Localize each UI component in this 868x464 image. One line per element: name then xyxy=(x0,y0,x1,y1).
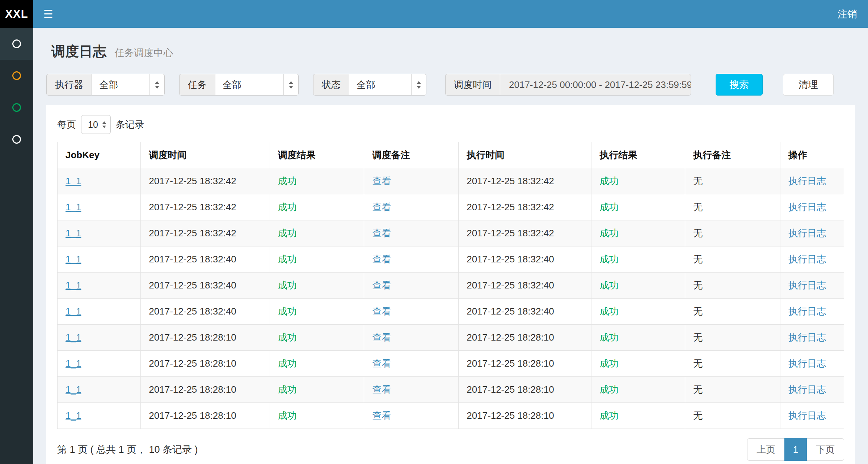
handle-time-cell-td: 2017-12-25 18:28:10 xyxy=(459,377,591,403)
executor-filter-group: 执行器 全部 xyxy=(46,74,165,96)
table-header-row: JobKey 调度时间 调度结果 调度备注 执行时间 执行结果 执行备注 操作 xyxy=(58,142,844,168)
job-select[interactable]: 全部 xyxy=(215,74,299,96)
handle-time-cell: 2017-12-25 18:28:10 xyxy=(467,384,554,395)
trigger-msg-link[interactable]: 查看 xyxy=(372,384,391,395)
prev-page-button[interactable]: 上页 xyxy=(747,438,785,461)
col-header-handle-msg: 执行备注 xyxy=(685,142,780,168)
handle-msg-cell: 无 xyxy=(693,280,703,291)
trigger-msg-link-td: 查看 xyxy=(364,403,459,429)
trigger-msg-link[interactable]: 查看 xyxy=(372,332,391,343)
trigger-result-cell-td: 成功 xyxy=(270,273,364,299)
jobkey-link-td: 1_1 xyxy=(58,194,141,220)
clear-button[interactable]: 清理 xyxy=(783,74,834,96)
handle-time-cell: 2017-12-25 18:32:42 xyxy=(467,202,554,212)
navbar-main: ☰ 注销 xyxy=(33,0,868,28)
handle-msg-cell-td: 无 xyxy=(685,351,780,377)
jobkey-link[interactable]: 1_1 xyxy=(66,280,81,291)
logout-link[interactable]: 注销 xyxy=(827,8,868,21)
next-page-button[interactable]: 下页 xyxy=(806,438,844,461)
exec-log-link[interactable]: 执行日志 xyxy=(788,202,826,212)
handle-msg-cell: 无 xyxy=(693,332,703,343)
trigger-msg-link[interactable]: 查看 xyxy=(372,202,391,212)
handle-msg-cell-td: 无 xyxy=(685,246,780,273)
table-row: 1_12017-12-25 18:32:42成功查看2017-12-25 18:… xyxy=(58,194,844,220)
table-row: 1_12017-12-25 18:28:10成功查看2017-12-25 18:… xyxy=(58,325,844,351)
exec-log-link[interactable]: 执行日志 xyxy=(788,254,826,265)
trigger-msg-link-td: 查看 xyxy=(364,325,459,351)
trigger-msg-link[interactable]: 查看 xyxy=(372,410,391,421)
trigger-result-cell-td: 成功 xyxy=(270,246,364,273)
trigger-time-cell: 2017-12-25 18:28:10 xyxy=(149,332,236,343)
trigger-msg-link[interactable]: 查看 xyxy=(372,228,391,239)
search-button[interactable]: 搜索 xyxy=(716,74,763,96)
handle-time-cell-td: 2017-12-25 18:32:40 xyxy=(459,299,591,325)
exec-log-link[interactable]: 执行日志 xyxy=(788,280,826,291)
trigger-msg-link[interactable]: 查看 xyxy=(372,358,391,369)
trigger-msg-link[interactable]: 查看 xyxy=(372,254,391,265)
trigger-time-cell-td: 2017-12-25 18:32:42 xyxy=(141,194,270,220)
handle-msg-cell: 无 xyxy=(693,202,703,212)
handle-result-cell-td: 成功 xyxy=(591,246,685,273)
exec-log-link[interactable]: 执行日志 xyxy=(788,332,826,343)
table-row: 1_12017-12-25 18:32:40成功查看2017-12-25 18:… xyxy=(58,246,844,273)
jobkey-link[interactable]: 1_1 xyxy=(66,202,81,212)
exec-log-link[interactable]: 执行日志 xyxy=(788,384,826,395)
sidebar-item-job-manage[interactable] xyxy=(0,60,33,92)
jobkey-link[interactable]: 1_1 xyxy=(66,332,81,343)
trigger-result-cell-td: 成功 xyxy=(270,351,364,377)
exec-log-link[interactable]: 执行日志 xyxy=(788,410,826,421)
trigger-msg-link-td: 查看 xyxy=(364,194,459,220)
trigger-time-filter-group: 调度时间 2017-12-25 00:00:00 - 2017-12-25 23… xyxy=(445,74,691,96)
top-navbar: XXL ☰ 注销 xyxy=(0,0,868,28)
per-page-control: 每页 10 条记录 xyxy=(57,115,844,134)
trigger-msg-link[interactable]: 查看 xyxy=(372,280,391,291)
trigger-time-cell-td: 2017-12-25 18:32:40 xyxy=(141,246,270,273)
exec-log-link[interactable]: 执行日志 xyxy=(788,306,826,317)
executor-select[interactable]: 全部 xyxy=(92,74,165,96)
handle-msg-cell: 无 xyxy=(693,384,703,395)
exec-log-link[interactable]: 执行日志 xyxy=(788,358,826,369)
trigger-msg-link[interactable]: 查看 xyxy=(372,176,391,186)
per-page-select[interactable]: 10 xyxy=(81,115,111,134)
select-stepper-icon xyxy=(149,74,159,95)
trigger-msg-link[interactable]: 查看 xyxy=(372,306,391,317)
handle-msg-cell-td: 无 xyxy=(685,273,780,299)
trigger-result-cell-td: 成功 xyxy=(270,168,364,194)
trigger-time-cell-td: 2017-12-25 18:32:40 xyxy=(141,273,270,299)
app-logo[interactable]: XXL xyxy=(0,0,33,28)
exec-log-link-td: 执行日志 xyxy=(780,351,844,377)
col-header-trigger-msg: 调度备注 xyxy=(364,142,459,168)
exec-log-link[interactable]: 执行日志 xyxy=(788,228,826,239)
sidebar-item-dashboard[interactable] xyxy=(0,28,33,60)
jobkey-link[interactable]: 1_1 xyxy=(66,176,81,186)
sidebar-toggle-icon[interactable]: ☰ xyxy=(33,0,63,28)
status-select[interactable]: 全部 xyxy=(349,74,426,96)
handle-msg-cell-td: 无 xyxy=(685,377,780,403)
handle-result-cell-td: 成功 xyxy=(591,220,685,246)
trigger-result-cell: 成功 xyxy=(278,280,297,291)
jobkey-link[interactable]: 1_1 xyxy=(66,358,81,369)
table-row: 1_12017-12-25 18:28:10成功查看2017-12-25 18:… xyxy=(58,377,844,403)
circle-outline-icon xyxy=(12,39,21,48)
jobkey-link[interactable]: 1_1 xyxy=(66,228,81,239)
sidebar-item-job-log[interactable] xyxy=(0,92,33,123)
jobkey-link[interactable]: 1_1 xyxy=(66,384,81,395)
jobkey-link[interactable]: 1_1 xyxy=(66,306,81,317)
handle-result-cell-td: 成功 xyxy=(591,194,685,220)
page-subtitle: 任务调度中心 xyxy=(115,47,173,58)
trigger-result-cell-td: 成功 xyxy=(270,220,364,246)
exec-log-link[interactable]: 执行日志 xyxy=(788,176,826,186)
trigger-time-range-input[interactable]: 2017-12-25 00:00:00 - 2017-12-25 23:59:5… xyxy=(500,74,691,96)
table-row: 1_12017-12-25 18:28:10成功查看2017-12-25 18:… xyxy=(58,351,844,377)
sidebar-item-executor-manage[interactable] xyxy=(0,123,33,155)
col-header-action: 操作 xyxy=(780,142,844,168)
page-number-button[interactable]: 1 xyxy=(784,438,807,461)
jobkey-link[interactable]: 1_1 xyxy=(66,254,81,265)
handle-result-cell-td: 成功 xyxy=(591,325,685,351)
handle-msg-cell-td: 无 xyxy=(685,220,780,246)
jobkey-link[interactable]: 1_1 xyxy=(66,410,81,421)
trigger-time-cell: 2017-12-25 18:32:42 xyxy=(149,228,236,239)
sidebar-menu xyxy=(0,28,33,464)
pagination: 上页 1 下页 xyxy=(747,438,844,461)
trigger-result-cell: 成功 xyxy=(278,306,297,317)
